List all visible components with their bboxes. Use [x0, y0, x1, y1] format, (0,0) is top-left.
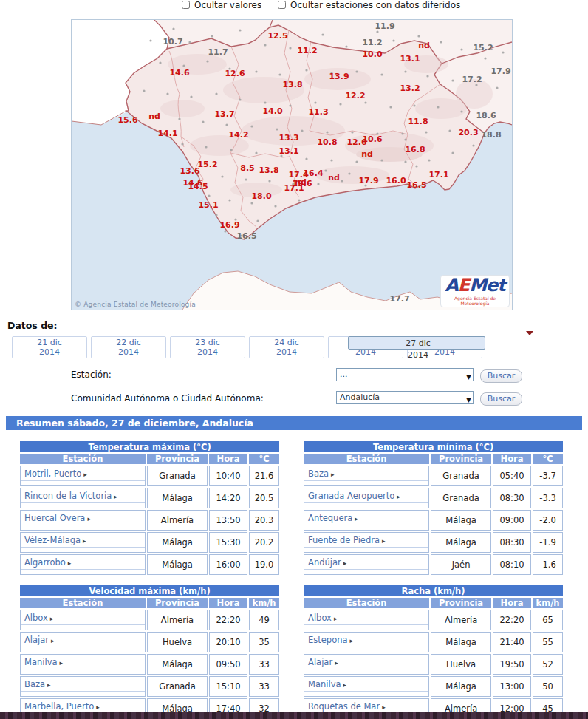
summary-table: Temperatura máxima (°C)EstaciónProvincia…: [18, 440, 281, 576]
province-cell: Huelva: [431, 654, 491, 675]
station-link[interactable]: Manilva▸: [20, 654, 146, 675]
date-tab-24-dic[interactable]: 24 dic2014: [249, 336, 324, 358]
station-search-button[interactable]: Buscar: [480, 369, 522, 383]
date-tab-23-dic[interactable]: 23 dic2014: [170, 336, 245, 358]
community-label: Comunidad Autónoma o Ciudad Autónoma:: [71, 393, 264, 403]
table-row: Vélez-Málaga▸Málaga15:3020.2: [20, 532, 279, 553]
station-name: Vélez-Málaga: [24, 535, 81, 545]
station-link[interactable]: Vélez-Málaga▸: [20, 532, 146, 553]
station-link[interactable]: Baza▸: [20, 676, 146, 697]
column-header: km/h: [249, 598, 279, 608]
table-row: Manilva▸Málaga09:5033: [20, 654, 279, 675]
date-tab-21-dic[interactable]: 21 dic2014: [12, 336, 87, 358]
column-header: °C: [533, 454, 563, 464]
hide-values-checkbox[interactable]: [182, 1, 190, 9]
station-link[interactable]: Fuente de Piedra▸: [304, 532, 429, 553]
table-row: Albox▸Almería22:2065: [304, 610, 563, 630]
hide-deferred-stations-checkbox[interactable]: [278, 1, 286, 9]
province-cell: Granada: [431, 466, 491, 486]
logo-subtitle: Agencia Estatal de Meteorología: [441, 296, 509, 306]
table-row: Fuente de Piedra▸Málaga08:30-1.9: [304, 532, 563, 553]
arrow-right-icon: ▸: [382, 537, 386, 545]
arrow-right-icon: ▸: [83, 471, 87, 478]
table-row: Alajar▸Huelva19:5052: [304, 654, 563, 675]
arrow-right-icon: ▸: [334, 615, 338, 622]
map-temp-label: 15.6: [117, 116, 137, 124]
station-link[interactable]: Granada Aeropuerto▸: [304, 488, 429, 508]
station-name: Manilva: [24, 657, 58, 667]
column-header: Provincia: [147, 454, 208, 464]
dates-of-label: Datos de:: [7, 320, 58, 331]
map-temp-label: 18.8: [481, 131, 501, 139]
province-cell: Málaga: [147, 654, 208, 675]
station-name: Alajar: [24, 635, 49, 645]
station-link[interactable]: Alajar▸: [20, 632, 146, 652]
date-tab-day: 22 dic: [92, 338, 165, 347]
province-cell: Málaga: [431, 676, 491, 697]
value-cell: 20.2: [249, 532, 279, 553]
hour-cell: 08:30: [493, 488, 531, 508]
station-link[interactable]: Antequera▸: [304, 510, 429, 531]
value-cell: 21.6: [249, 466, 279, 486]
column-header: km/h: [533, 598, 563, 608]
province-cell: Málaga: [147, 488, 208, 508]
map-temp-label: 14.5: [188, 183, 208, 191]
station-link[interactable]: Alajar▸: [304, 654, 429, 675]
hour-cell: 20:10: [209, 632, 247, 652]
chevron-down-icon: ▼: [466, 371, 471, 383]
province-cell: Málaga: [431, 532, 491, 553]
hour-cell: 16:00: [209, 554, 247, 575]
hour-cell: 05:40: [493, 466, 531, 486]
map-temp-label: 13.2: [400, 84, 420, 92]
station-name: Baza: [308, 468, 329, 479]
summary-table: Temperatura mínima (°C)EstaciónProvincia…: [302, 440, 564, 576]
aemet-logo: AEMet Agencia Estatal de Meteorología: [440, 275, 510, 307]
map-temp-label: 15.2: [197, 160, 217, 168]
hour-cell: 21:40: [493, 632, 531, 652]
map-temp-label: 14.1: [157, 129, 177, 137]
weather-map[interactable]: 10.711.711.911.215.217.917.218.618.816.5…: [71, 19, 513, 310]
map-temp-label: 10.0: [362, 50, 382, 58]
map-temp-label: 12.5: [267, 32, 287, 40]
table-title: Temperatura máxima (°C): [20, 441, 279, 452]
map-temp-label: 13.3: [278, 134, 298, 142]
column-header: °C: [249, 454, 279, 464]
date-tab-22-dic[interactable]: 22 dic2014: [91, 336, 166, 358]
station-link[interactable]: Andújar▸: [304, 554, 429, 575]
column-header: Hora: [493, 598, 531, 608]
date-tab-27-dic[interactable]: 27 dic2014: [348, 336, 485, 350]
table-row: Albox▸Almería22:2049: [20, 610, 279, 630]
table-row: Estepona▸Málaga21:4055: [304, 632, 563, 652]
station-link[interactable]: Rincon de la Victoria▸: [20, 488, 146, 508]
station-name: Algarrobo: [24, 557, 66, 568]
community-select[interactable]: Andalucía ▼: [336, 391, 474, 404]
column-header: Estación: [304, 454, 429, 464]
map-temp-label: 13.8: [259, 166, 278, 174]
station-link[interactable]: Albox▸: [20, 610, 146, 630]
map-temp-label: 13.7: [214, 110, 234, 118]
station-link[interactable]: Motril, Puerto▸: [20, 466, 146, 486]
map-temp-label: 16.8: [405, 146, 425, 154]
community-search-button[interactable]: Buscar: [480, 392, 522, 406]
station-name: Granada Aeropuerto: [308, 491, 394, 501]
station-link[interactable]: Baza▸: [304, 466, 429, 486]
station-link[interactable]: Albox▸: [304, 610, 429, 630]
value-cell: 33: [249, 654, 279, 675]
station-link[interactable]: Algarrobo▸: [20, 554, 146, 575]
station-link[interactable]: Huercal Overa▸: [20, 510, 146, 531]
table-row: Algarrobo▸Málaga16:0019.0: [20, 554, 279, 575]
community-select-value: Andalucía: [340, 392, 380, 402]
value-cell: 50: [533, 676, 563, 697]
station-select[interactable]: ... ▼: [336, 368, 474, 381]
table-row: Baza▸Granada05:40-3.7: [304, 466, 563, 486]
map-temp-label: 16.4: [303, 169, 323, 177]
wind-tables-row: Velocidad máxima (km/h)EstaciónProvincia…: [18, 584, 564, 719]
table-row: Granada Aeropuerto▸Granada08:30-3.3: [304, 488, 563, 508]
table-row: Huercal Overa▸Almería13:5020.3: [20, 510, 279, 531]
map-nd-label: nd: [328, 174, 340, 182]
station-link[interactable]: Manilva▸: [304, 676, 429, 697]
logo-letter-e: E: [458, 275, 469, 296]
hour-cell: 09:00: [493, 510, 531, 531]
station-name: Roquetas de Mar: [308, 701, 380, 712]
station-link[interactable]: Estepona▸: [304, 632, 429, 652]
